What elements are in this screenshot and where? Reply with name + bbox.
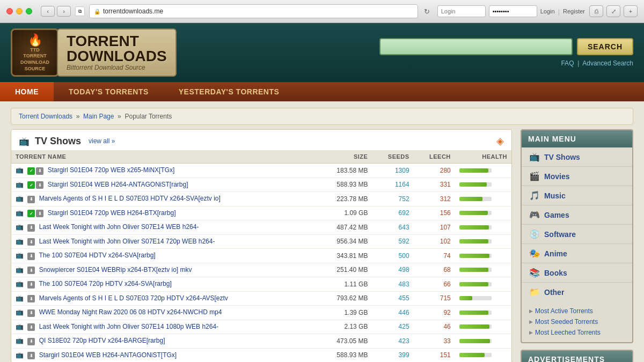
minimize-button[interactable] <box>16 8 23 14</box>
torrent-link[interactable]: Marvels Agents of S H I E L D S07E03 720… <box>39 294 228 302</box>
leech-cell: 68 <box>414 263 455 277</box>
magnet-toggle[interactable]: ⬇ <box>27 295 35 302</box>
fullscreen-button[interactable] <box>26 8 32 14</box>
torrent-link[interactable]: Stargirl S01E04 720p WEB x265-MiNX[TGx] <box>48 166 175 174</box>
torrent-link[interactable]: Last Week Tonight with John Oliver S07E1… <box>39 238 215 245</box>
torrent-link[interactable]: Last Week Tonight with John Oliver S07E1… <box>39 323 218 330</box>
viewall-link[interactable]: view all » <box>89 137 115 145</box>
link-most-leeched[interactable]: Most Leeched Torrents <box>529 327 625 338</box>
toolbar-right: ⎙ ⤢ + <box>589 5 638 17</box>
check-toggle[interactable]: ✓ <box>27 181 35 189</box>
password-input[interactable] <box>489 5 537 17</box>
magnet-toggle[interactable]: ⬇ <box>27 238 35 246</box>
search-button[interactable]: SEARCH <box>577 38 633 55</box>
leech-cell: 107 <box>414 220 455 235</box>
health-bar-wrap <box>459 239 492 243</box>
magnet-toggle[interactable]: ⬇ <box>36 210 43 217</box>
logo-badge-text: TTDTORRENTDOWNLOADSOURCE <box>20 47 49 72</box>
sidebar-menu-item[interactable]: 🎬 Movies <box>522 167 632 186</box>
seeds-cell: 455 <box>372 291 413 306</box>
magnet-toggle[interactable]: ⬇ <box>27 224 35 232</box>
plus-button[interactable]: + <box>624 5 638 17</box>
close-button[interactable] <box>6 8 13 14</box>
torrent-link[interactable]: Stargirl S01E04 720p WEB H264-BTX[rarbg] <box>48 209 176 217</box>
sidebar-menu-item[interactable]: 🎭 Anime <box>522 244 632 263</box>
sidebar-menu-item[interactable]: 📺 TV Shows <box>522 147 632 167</box>
toggle-buttons: ⬇ <box>27 267 35 274</box>
forward-button[interactable]: › <box>57 6 71 17</box>
sidebar-menu-item[interactable]: 💿 Software <box>522 225 632 244</box>
magnet-toggle[interactable]: ⬇ <box>36 167 43 175</box>
health-bar <box>459 182 492 187</box>
leech-cell: 46 <box>414 320 455 334</box>
sidebar-menu-item[interactable]: 🎮 Games <box>522 205 632 225</box>
advanced-search-link[interactable]: Advanced Search <box>582 60 633 67</box>
torrent-link[interactable]: The 100 S07E04 720p HDTV x264-SVA[rarbg] <box>39 280 171 287</box>
nav-home[interactable]: HOME <box>0 82 54 101</box>
breadcrumb-home[interactable]: Torrent Downloads <box>19 113 72 120</box>
nav-today[interactable]: TODAY'S TORRENTS <box>54 82 164 101</box>
sidebar-menu-item[interactable]: 📁 Other <box>522 283 632 301</box>
health-cell <box>455 164 511 178</box>
faq-link[interactable]: FAQ <box>561 60 574 67</box>
register-button[interactable]: Register <box>563 8 585 14</box>
torrent-link[interactable]: Stargirl S01E04 WEB H264-ANTAGONiST[rarb… <box>48 181 188 188</box>
torrent-link[interactable]: The 100 S07E04 HDTV x264-SVA[rarbg] <box>39 252 155 259</box>
check-toggle[interactable]: ✓ <box>27 210 35 217</box>
torrent-link[interactable]: QI S18E02 720p HDTV x264-BARGE[rarbg] <box>39 337 165 344</box>
lock-icon: 🔒 <box>94 9 100 14</box>
magnet-toggle[interactable]: ⬇ <box>36 181 43 189</box>
refresh-button[interactable]: ↻ <box>421 5 433 17</box>
magnet-toggle[interactable]: ⬇ <box>27 309 35 317</box>
torrent-name-cell: 📺 ✓ ⬇ Stargirl S01E04 720p WEB x265-MiNX… <box>11 164 317 178</box>
tv-icon: 📺 <box>19 136 30 146</box>
magnet-toggle[interactable]: ⬇ <box>27 323 35 331</box>
magnet-toggle[interactable]: ⬇ <box>27 352 35 359</box>
torrent-link[interactable]: Stargirl S01E04 WEB H264-ANTAGONiST[TGx] <box>39 351 177 359</box>
row-tv-icon: 📺 <box>16 166 24 174</box>
magnet-toggle[interactable]: ⬇ <box>27 281 35 289</box>
health-cell <box>455 249 511 263</box>
row-tv-icon: 📺 <box>16 323 24 330</box>
health-bar-wrap <box>459 197 492 201</box>
health-fill <box>459 197 482 201</box>
check-toggle[interactable]: ✓ <box>27 167 35 175</box>
window-button[interactable]: ⤢ <box>606 5 620 17</box>
torrent-link[interactable]: Snowpiercer S01E04 WEBRip x264-BTX[eztv … <box>39 266 192 274</box>
address-bar[interactable]: 🔒 torrentdownloads.me <box>89 4 418 18</box>
breadcrumb-main[interactable]: Main Page <box>83 113 114 120</box>
size-cell: 223.78 MB <box>317 192 372 206</box>
login-button[interactable]: Login <box>540 8 555 14</box>
toggle-buttons: ⬇ <box>27 238 35 246</box>
search-input[interactable] <box>379 38 573 55</box>
nav-bar: HOME TODAY'S TORRENTS YESTERDAY'S TORREN… <box>0 82 644 101</box>
leech-cell: 331 <box>414 178 455 192</box>
torrent-name-cell: 📺 ⬇ Stargirl S01E04 WEB H264-ANTAGONiST[… <box>11 348 317 362</box>
table-row: 📺 ⬇ Snowpiercer S01E04 WEBRip x264-BTX[e… <box>11 263 511 277</box>
login-input[interactable] <box>437 5 486 17</box>
menu-icon: 🎮 <box>529 210 540 220</box>
magnet-toggle[interactable]: ⬇ <box>27 267 35 274</box>
leech-cell: 312 <box>414 192 455 206</box>
sidebar-menu-item[interactable]: 🎵 Music <box>522 186 632 205</box>
row-tv-icon: 📺 <box>16 223 24 231</box>
back-button[interactable]: ‹ <box>41 6 55 17</box>
torrent-link[interactable]: Last Week Tonight with John Oliver S07E1… <box>39 223 199 231</box>
sidebar-menu-item[interactable]: 📚 Books <box>522 263 632 283</box>
share-button[interactable]: ⎙ <box>589 5 603 17</box>
rss-icon[interactable]: ◈ <box>496 135 504 147</box>
health-fill <box>459 339 491 343</box>
magnet-toggle[interactable]: ⬇ <box>27 253 35 260</box>
torrent-name-cell: 📺 ⬇ The 100 S07E04 HDTV x264-SVA[rarbg] <box>11 249 317 263</box>
col-size: SIZE <box>317 150 372 164</box>
sidebar-menu-items: 📺 TV Shows 🎬 Movies 🎵 Music 🎮 Games 💿 So… <box>522 147 632 301</box>
torrent-link[interactable]: WWE Monday Night Raw 2020 06 08 HDTV x26… <box>39 308 222 316</box>
col-health: HEALTH <box>455 150 511 164</box>
link-most-seeded[interactable]: Most Seeded Torrents <box>529 316 625 327</box>
torrent-link[interactable]: Marvels Agents of S H I E L D S07E03 HDT… <box>39 195 221 202</box>
table-row: 📺 ✓ ⬇ Stargirl S01E04 WEB H264-ANTAGONiS… <box>11 178 511 192</box>
magnet-toggle[interactable]: ⬇ <box>27 338 35 345</box>
magnet-toggle[interactable]: ⬇ <box>27 196 35 203</box>
link-most-active[interactable]: Most Active Torrents <box>529 306 625 316</box>
nav-yesterday[interactable]: YESTERDAY'S TORRENTS <box>164 82 295 101</box>
